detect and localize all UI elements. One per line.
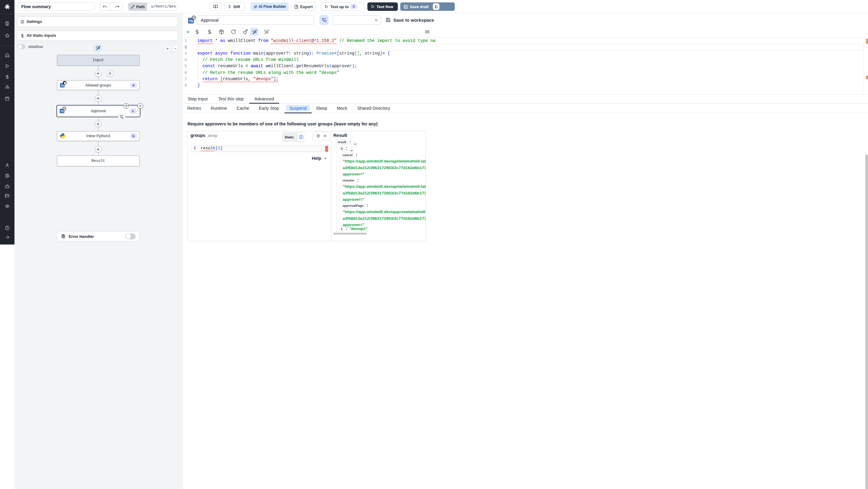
- svg-text:TS: TS: [189, 19, 193, 23]
